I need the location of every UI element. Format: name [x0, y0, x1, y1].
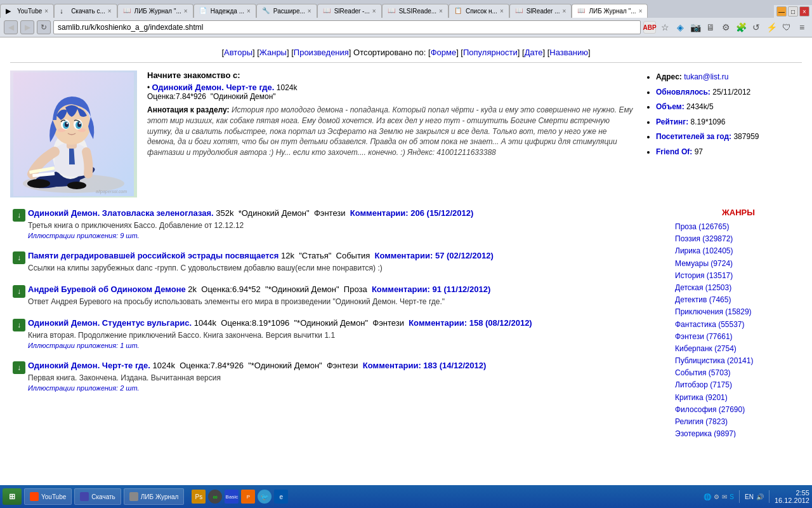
work-title-link-5[interactable]: Одинокий Демон. Черт-те где. [28, 361, 150, 370]
work-bullet-3: ↓ [10, 284, 28, 298]
email-link[interactable]: tukan@list.ru [684, 72, 728, 81]
tab-lib2-active[interactable]: 📖 ЛИБ Журнал "... × [572, 4, 648, 18]
sort-name-link[interactable]: Названию [549, 48, 588, 57]
lightning-icon[interactable]: ⚡ [765, 21, 778, 34]
genres-link[interactable]: Жанры [259, 48, 287, 57]
work-content-1: Одинокий Демон. Златовласка зеленоглазая… [28, 208, 665, 240]
tab-extensions[interactable]: 🔧 Расшире... × [256, 4, 317, 18]
tab-nadezhda[interactable]: 📄 Надежда ... × [193, 4, 256, 18]
download-icon-1[interactable]: ↓ [13, 209, 25, 222]
download-icon-2[interactable]: ↓ [13, 251, 25, 264]
visitors-link[interactable]: Посетителей за год: [656, 132, 731, 141]
camera-icon[interactable]: 📷 [689, 21, 702, 34]
work-desc-2: Ссылки на клипы зарубежных danc -групп. … [28, 263, 665, 274]
work-size-4: 1044k [194, 318, 216, 328]
work-comments-link-4[interactable]: Комментарии: 158 (08/12/2012) [409, 318, 532, 328]
tab-close-slsireader[interactable]: × [439, 8, 443, 15]
updated-link[interactable]: Обновлялось: [656, 88, 710, 97]
genre-link-поэзия[interactable]: Поэзия (329872) [675, 233, 802, 245]
genre-link-киберпанк[interactable]: Киберпанк (2754) [675, 343, 802, 355]
genre-link-фантастика[interactable]: Фантастика (55537) [675, 319, 802, 331]
rating-link[interactable]: Рейтинг: [656, 117, 688, 126]
work-comments-link-1[interactable]: Комментарии: 206 (15/12/2012) [350, 208, 474, 218]
genre-link-критика[interactable]: Критика (9201) [675, 392, 802, 404]
sort-date-link[interactable]: Дате [525, 48, 543, 57]
menu-icon[interactable]: ≡ [796, 21, 808, 34]
download-icon-3[interactable]: ↓ [13, 285, 25, 298]
illustrations-link-5[interactable]: Иллюстрации приложения: 2 шт. [28, 384, 140, 392]
authors-link[interactable]: Авторы [224, 48, 252, 57]
tab-close-nadezhda[interactable]: × [247, 8, 251, 15]
work-title-link-3[interactable]: Андрей Буревой об Одиноком Демоне [28, 284, 186, 294]
tab-download[interactable]: ↓ Скачать с... × [54, 4, 117, 18]
genre-link-мемуары[interactable]: Мемуары (9724) [675, 258, 802, 270]
works-link[interactable]: Произведения [294, 48, 349, 57]
tab-close-slreader2[interactable]: × [563, 8, 566, 15]
tab-close-lib1[interactable]: × [184, 8, 188, 15]
genre-link-религия[interactable]: Религия (7823) [675, 416, 802, 428]
genre-link-детектив[interactable]: Детектив (7465) [675, 294, 802, 306]
download-icon-4[interactable]: ↓ [13, 319, 25, 331]
puzzle-icon[interactable]: 🧩 [735, 21, 747, 34]
monitor-icon[interactable]: 🖥 [704, 21, 717, 34]
work-comments-link-2[interactable]: Комментарии: 57 (02/12/2012) [374, 251, 493, 260]
friend-link[interactable]: Friend Of: [656, 147, 692, 156]
genre-link-события[interactable]: События (5703) [675, 367, 802, 379]
forward-button[interactable]: ▶ [20, 20, 34, 34]
tab-close-slreader1[interactable]: × [372, 8, 376, 15]
tab-close-list[interactable]: × [500, 8, 504, 15]
tab-lib1[interactable]: 📖 ЛИБ Журнал "... × [117, 4, 193, 18]
main-work-link[interactable]: Одинокий Демон. Черт-те где. [152, 83, 275, 92]
genre-link-публицистика[interactable]: Публицистика (20141) [675, 355, 802, 367]
genre-link-приключения[interactable]: Приключения (15829) [675, 306, 802, 318]
tab-list[interactable]: 📋 Список н... × [449, 4, 509, 18]
tab-label-slreader1: SlReader -... [334, 8, 370, 15]
sort-popularity-link[interactable]: Популярности [463, 48, 518, 57]
dropbox-icon[interactable]: ◈ [674, 21, 686, 34]
genre-link-литобзор[interactable]: Литобзор (7175) [675, 379, 802, 391]
tab-close-extensions[interactable]: × [308, 8, 311, 15]
tab-slsireader[interactable]: 📖 SLSIReade... × [382, 4, 449, 18]
work-comments-link-3[interactable]: Комментарии: 91 (11/12/2012) [372, 284, 490, 294]
work-comments-link-5[interactable]: Комментарии: 183 (14/12/2012) [363, 361, 487, 370]
work-bullet-1: ↓ [10, 208, 28, 222]
genre-link-лирика[interactable]: Лирика (102405) [675, 245, 802, 257]
abp-icon[interactable]: ABP [643, 21, 656, 34]
refresh-button[interactable]: ↻ [37, 20, 51, 34]
genre-link-фэнтези[interactable]: Фэнтези (77661) [675, 331, 802, 343]
close-button[interactable]: × [799, 6, 809, 17]
settings-icon[interactable]: ⚙ [719, 21, 732, 34]
work-title-link-1[interactable]: Одинокий Демон. Златовласка зеленоглазая… [28, 208, 214, 218]
tab-youtube[interactable]: ▶ YouTube × [0, 4, 54, 18]
sort-form-link[interactable]: Форме [431, 48, 457, 57]
illustrations-link-1[interactable]: Иллюстрации приложения: 9 шт. [28, 232, 140, 239]
tab-slreader1[interactable]: 📖 SlReader -... × [317, 4, 382, 18]
genre-link-проза[interactable]: Проза (126765) [675, 221, 802, 233]
maximize-button[interactable]: □ [788, 6, 798, 17]
genre-link-детская[interactable]: Детская (12503) [675, 282, 802, 294]
reload-icon[interactable]: ↺ [750, 21, 763, 34]
download-icon-5[interactable]: ↓ [13, 361, 25, 374]
back-button[interactable]: ◀ [4, 20, 18, 34]
page-content-scroll[interactable]: [Авторы] [Жанры] [Произведения] Отсортир… [0, 37, 812, 438]
illustrations-link-4[interactable]: Иллюстрации приложения: 1 шт. [28, 342, 140, 349]
author-info-list: Адрес: tukan@list.ru Обновлялось: 25/11/… [643, 70, 802, 159]
tab-close-youtube[interactable]: × [44, 8, 48, 15]
address-input[interactable] [53, 20, 641, 34]
sidebar: ЖАНРЫ Проза (126765)Поэзия (329872)Лирик… [675, 208, 802, 438]
tab-close-lib2[interactable]: × [639, 8, 643, 15]
tab-slreader2[interactable]: 📖 SlReader ... × [509, 4, 572, 18]
tab-close-download[interactable]: × [108, 8, 112, 15]
genre-link-эзотерика[interactable]: Эзотерика (9897) [675, 428, 802, 438]
volume-link[interactable]: Объем: [656, 102, 684, 111]
star-icon[interactable]: ☆ [658, 21, 671, 34]
work-title-line-2: Памяти деградировавшей российской эстрад… [28, 250, 665, 262]
genre-link-история[interactable]: История (13517) [675, 270, 802, 282]
tab-label-slreader2: SlReader ... [527, 8, 560, 15]
work-bullet-4: ↓ [10, 318, 28, 331]
work-title-link-4[interactable]: Одинокий Демон. Студентус вульгарис. [28, 318, 192, 328]
minimize-button[interactable]: — [776, 6, 787, 17]
shield-icon[interactable]: 🛡 [780, 21, 793, 34]
work-title-link-2[interactable]: Памяти деградировавшей российской эстрад… [28, 251, 278, 260]
genre-link-философия[interactable]: Философия (27690) [675, 404, 802, 416]
